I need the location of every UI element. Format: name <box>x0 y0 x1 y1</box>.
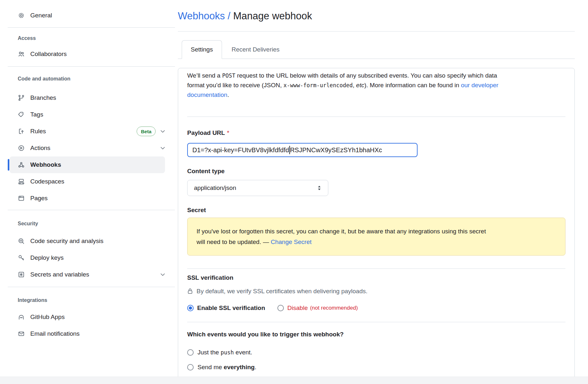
gear-icon <box>18 12 25 19</box>
rules-icon <box>18 128 25 135</box>
sidebar-item-code-security[interactable]: Code security and analysis <box>10 233 175 249</box>
content-type-label: Content type <box>187 167 565 175</box>
beta-badge: Beta <box>137 126 156 136</box>
page-title: Webhooks / Manage webhook <box>178 10 575 23</box>
main-content: Webhooks / Manage webhook Settings Recen… <box>178 0 575 384</box>
secret-label: Secret <box>187 206 565 214</box>
chevron-down-icon <box>160 273 165 276</box>
sidebar-item-label: Actions <box>30 145 160 152</box>
input-text: RSJPNCwX9ySEzSYh1bhaHXc <box>290 146 382 154</box>
sidebar-item-email-notifications[interactable]: Email notifications <box>10 325 175 342</box>
intro-text: We’ll send a POST request to the URL bel… <box>187 71 565 99</box>
sidebar-item-actions[interactable]: Actions <box>10 140 175 156</box>
section-divider <box>187 268 565 269</box>
select-value: application/json <box>194 184 236 192</box>
sidebar-section-code-automation: Code and automation <box>8 76 175 82</box>
send-everything-label[interactable]: Send me everything. <box>198 364 256 371</box>
sidebar-item-label: Code security and analysis <box>30 238 165 245</box>
sidebar-item-rules[interactable]: Rules Beta <box>10 123 175 140</box>
sidebar-item-label: Codespaces <box>30 178 165 185</box>
sidebar-divider <box>8 27 175 28</box>
git-branch-icon <box>18 94 25 101</box>
just-push-option: Just the push event. <box>187 349 565 356</box>
sidebar-item-general[interactable]: General <box>10 7 175 24</box>
disable-ssl-label[interactable]: Disable <box>287 304 308 312</box>
ssl-description: By default, we verify SSL certificates w… <box>197 288 368 295</box>
tabnav: Settings Recent Deliveries <box>178 41 575 59</box>
title-divider <box>178 31 575 32</box>
payload-url-label: Payload URL* <box>187 129 565 136</box>
mail-icon <box>18 330 25 337</box>
chevron-down-icon <box>160 146 165 150</box>
webhooks-breadcrumb-link[interactable]: Webhooks / <box>178 10 233 22</box>
sidebar-item-label: Branches <box>30 94 165 101</box>
sidebar-item-label: GitHub Apps <box>30 314 165 321</box>
key-icon <box>18 254 25 261</box>
secret-warning-box: If you've lost or forgotten this secret,… <box>187 218 565 256</box>
select-arrows-icon <box>317 185 322 191</box>
tab-settings[interactable]: Settings <box>182 40 222 59</box>
sidebar-item-label: Collaborators <box>30 51 165 58</box>
sidebar-item-deploy-keys[interactable]: Deploy keys <box>10 249 175 266</box>
section-divider <box>187 117 565 117</box>
sidebar-item-github-apps[interactable]: GitHub Apps <box>10 309 175 325</box>
sidebar-section-security: Security <box>8 220 175 227</box>
sidebar-item-label: General <box>30 12 165 19</box>
sidebar-item-label: Rules <box>30 128 137 135</box>
sidebar-item-pages[interactable]: Pages <box>10 190 175 207</box>
webhook-icon <box>18 161 25 168</box>
sidebar-item-label: Tags <box>30 111 165 118</box>
sidebar-divider <box>8 66 175 67</box>
enable-ssl-radio[interactable] <box>187 305 194 311</box>
tab-recent-deliveries[interactable]: Recent Deliveries <box>222 41 289 59</box>
sidebar-divider <box>8 210 175 210</box>
lock-icon <box>187 288 193 295</box>
enable-ssl-label[interactable]: Enable SSL verification <box>197 304 265 312</box>
sidebar-section-access: Access <box>8 35 175 42</box>
tag-icon <box>18 111 25 118</box>
code-scan-icon <box>18 238 25 245</box>
sidebar-item-tags[interactable]: Tags <box>10 106 175 123</box>
sidebar-item-secrets-variables[interactable]: Secrets and variables <box>10 266 175 283</box>
sidebar-divider <box>8 287 175 287</box>
ssl-options-row: Enable SSL verification Disable (not rec… <box>187 304 565 312</box>
sidebar-item-label: Secrets and variables <box>30 271 160 278</box>
change-secret-link[interactable]: Change Secret <box>271 239 312 245</box>
send-everything-option: Send me everything. <box>187 364 565 371</box>
sidebar-item-webhooks[interactable]: Webhooks <box>10 156 165 173</box>
sidebar-item-label: Pages <box>30 195 165 202</box>
play-circle-icon <box>18 145 25 152</box>
content-type-select[interactable]: application/json <box>187 180 328 196</box>
asterisk-box-icon <box>18 271 25 278</box>
send-everything-radio[interactable] <box>187 364 194 370</box>
webhook-settings-panel: We’ll send a POST request to the URL bel… <box>178 68 575 384</box>
disable-ssl-radio[interactable] <box>277 305 284 311</box>
settings-sidebar: General Access Collaborators Code and au… <box>8 7 175 342</box>
sidebar-item-label: Deploy keys <box>30 254 165 261</box>
browser-icon <box>18 195 25 202</box>
just-push-label[interactable]: Just the push event. <box>198 349 252 356</box>
ssl-verification-label: SSL verification <box>187 274 565 281</box>
people-icon <box>18 51 25 58</box>
sidebar-item-collaborators[interactable]: Collaborators <box>10 46 175 62</box>
events-question: Which events would you like to trigger t… <box>187 331 565 338</box>
input-text: D1=?x-api-key=FUtvBV8vjlkfdfdfd <box>192 146 289 154</box>
page-title-current: Manage webhook <box>233 10 312 22</box>
sidebar-section-integrations: Integrations <box>8 297 175 304</box>
github-apps-icon <box>18 314 25 321</box>
disable-ssl-note: (not recommended) <box>310 305 358 311</box>
payload-url-input[interactable]: D1=?x-api-key=FUtvBV8vjlkfdfdfdRSJPNCwX9… <box>187 143 418 157</box>
chevron-down-icon <box>160 130 165 133</box>
sidebar-item-label: Webhooks <box>30 161 155 168</box>
ssl-description-row: By default, we verify SSL certificates w… <box>187 288 565 295</box>
sidebar-item-branches[interactable]: Branches <box>10 89 175 106</box>
sidebar-item-label: Email notifications <box>30 330 165 337</box>
sidebar-item-codespaces[interactable]: Codespaces <box>10 173 175 190</box>
codespaces-icon <box>18 178 25 185</box>
required-asterisk: * <box>227 129 229 136</box>
section-divider <box>187 322 565 322</box>
just-push-radio[interactable] <box>187 349 194 356</box>
page-bottom-band <box>0 377 588 384</box>
